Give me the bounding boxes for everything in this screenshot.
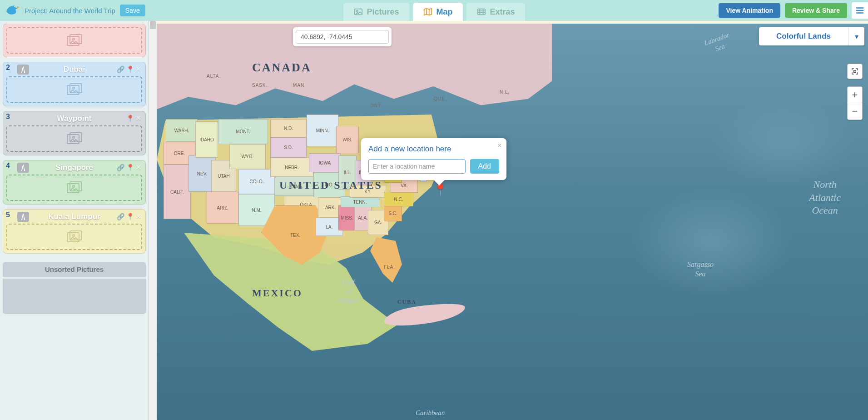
unsorted-header[interactable]: Unsorted Pictures bbox=[3, 262, 146, 277]
route-icon bbox=[17, 65, 29, 75]
state: S.C. bbox=[384, 205, 402, 221]
state: N.C. bbox=[384, 192, 413, 206]
location-card[interactable]: 2 Dubai 🔗 📍 ✕ bbox=[3, 62, 146, 106]
state: COLO. bbox=[238, 169, 275, 194]
pictures-placeholder-icon bbox=[67, 132, 82, 145]
prov-label: MAN. bbox=[293, 83, 306, 88]
prov-label: ALTA. bbox=[207, 74, 221, 79]
state: MISS. bbox=[338, 205, 356, 230]
map-style-select[interactable]: Colorful Lands ▾ bbox=[759, 27, 864, 45]
ocean-label-gulf: GulfofMexico bbox=[338, 278, 358, 305]
zoom-in-button[interactable]: + bbox=[848, 87, 862, 103]
state: IDAHO bbox=[195, 121, 218, 158]
top-bar: Project: Around the World Trip Save Pict… bbox=[0, 0, 868, 21]
zoom-out-button[interactable]: − bbox=[848, 103, 862, 120]
project-title: Project: Around the World Trip bbox=[25, 7, 115, 15]
pictures-placeholder-icon bbox=[67, 34, 82, 47]
location-number: 4 bbox=[6, 162, 10, 170]
state: TENN. bbox=[341, 196, 379, 207]
state: S.D. bbox=[270, 137, 307, 158]
prov-label: ONT. bbox=[370, 103, 382, 108]
close-icon[interactable]: ✕ bbox=[136, 164, 141, 171]
map-canvas[interactable]: WASH. ORE. CALIF. NEV. IDAHO UTAH ARIZ. … bbox=[157, 21, 868, 420]
sidebar-scrollbar[interactable] bbox=[149, 21, 157, 420]
pin-icon[interactable]: 📍 bbox=[126, 164, 134, 171]
prov-label: N.L. bbox=[500, 90, 510, 95]
link-icon[interactable]: 🔗 bbox=[117, 164, 124, 171]
state-label: FLA. bbox=[384, 265, 395, 270]
ocean-label-carib: Caribbean bbox=[416, 409, 445, 418]
svg-point-2 bbox=[356, 10, 358, 12]
picture-dropzone[interactable] bbox=[6, 224, 142, 250]
hamburger-icon bbox=[855, 5, 865, 15]
prov-label: SASK. bbox=[252, 83, 268, 88]
location-title: Singapore bbox=[55, 163, 93, 172]
state: N.D. bbox=[270, 119, 307, 137]
tab-map-label: Map bbox=[436, 7, 453, 17]
state: CALIF. bbox=[164, 165, 191, 219]
link-icon[interactable]: 🔗 bbox=[117, 65, 124, 73]
svg-point-9 bbox=[73, 87, 74, 89]
location-card[interactable]: 4 Singapore 🔗 📍 ✕ bbox=[3, 160, 146, 205]
coord-input[interactable] bbox=[296, 30, 389, 44]
state: IOWA bbox=[309, 153, 341, 172]
location-title: Kuala Lumpur bbox=[48, 212, 100, 221]
svg-point-6 bbox=[73, 38, 74, 40]
map-icon bbox=[423, 7, 433, 17]
svg-point-12 bbox=[73, 136, 74, 138]
location-card[interactable]: 5 Kuala Lumpur 🔗 📍 ✕ bbox=[3, 209, 146, 254]
tab-extras-label: Extras bbox=[490, 7, 515, 17]
tab-extras[interactable]: Extras bbox=[466, 3, 525, 21]
fit-icon bbox=[851, 67, 859, 75]
map-style-label: Colorful Lands bbox=[759, 27, 848, 45]
pin-icon[interactable]: 📍 bbox=[126, 65, 134, 73]
location-number: 5 bbox=[6, 211, 10, 219]
menu-button[interactable] bbox=[852, 2, 868, 19]
country-label-usa: UNITED STATES bbox=[279, 179, 382, 191]
state: WYO. bbox=[229, 144, 266, 169]
route-icon bbox=[17, 163, 29, 173]
main-tabs: Pictures Map Extras bbox=[343, 0, 525, 21]
close-icon[interactable]: ✕ bbox=[136, 213, 141, 220]
add-button[interactable]: Add bbox=[470, 159, 499, 174]
coord-search bbox=[293, 27, 392, 46]
pin-icon[interactable]: 📍 bbox=[126, 115, 134, 122]
state: WIS. bbox=[336, 126, 359, 153]
route-icon bbox=[17, 212, 29, 222]
location-card[interactable] bbox=[3, 24, 146, 57]
review-share-button[interactable]: Review & Share bbox=[785, 3, 847, 18]
location-name-input[interactable] bbox=[368, 159, 466, 174]
save-button[interactable]: Save bbox=[120, 5, 145, 16]
ocean-label-natl: NorthAtlanticOcean bbox=[809, 178, 841, 217]
state: WASH. bbox=[166, 119, 198, 142]
logo-bird-icon[interactable] bbox=[4, 2, 20, 19]
extras-icon bbox=[476, 7, 486, 17]
chevron-down-icon[interactable]: ▾ bbox=[848, 27, 864, 45]
picture-dropzone[interactable] bbox=[6, 27, 142, 54]
prov-label: QUE. bbox=[434, 96, 446, 101]
pictures-placeholder-icon bbox=[67, 181, 82, 194]
view-animation-button[interactable]: View Animation bbox=[719, 3, 780, 18]
fit-bounds-button[interactable] bbox=[847, 64, 863, 79]
close-icon[interactable]: ✕ bbox=[136, 115, 141, 122]
pictures-icon bbox=[353, 7, 363, 17]
svg-point-0 bbox=[14, 6, 15, 7]
unsorted-body[interactable] bbox=[3, 279, 146, 314]
picture-dropzone[interactable] bbox=[6, 175, 142, 201]
tab-pictures[interactable]: Pictures bbox=[343, 3, 409, 21]
location-card[interactable]: 3 Waypoint 📍 ✕ bbox=[3, 111, 146, 155]
picture-dropzone[interactable] bbox=[6, 76, 142, 103]
picture-dropzone[interactable] bbox=[6, 125, 142, 152]
close-icon[interactable]: ✕ bbox=[136, 65, 141, 73]
ocean-label-sargasso: SargassoSea bbox=[687, 260, 714, 279]
location-number: 2 bbox=[6, 64, 10, 72]
close-icon[interactable]: × bbox=[497, 141, 502, 150]
svg-rect-3 bbox=[477, 9, 485, 15]
location-number: 3 bbox=[6, 113, 10, 121]
tab-map[interactable]: Map bbox=[413, 3, 463, 21]
location-title: Waypoint bbox=[57, 114, 92, 123]
link-icon[interactable]: 🔗 bbox=[117, 213, 124, 220]
pin-icon[interactable]: 📍 bbox=[126, 213, 134, 220]
zoom-control: + − bbox=[847, 86, 863, 120]
country-label-mexico: MEXICO bbox=[252, 287, 303, 299]
